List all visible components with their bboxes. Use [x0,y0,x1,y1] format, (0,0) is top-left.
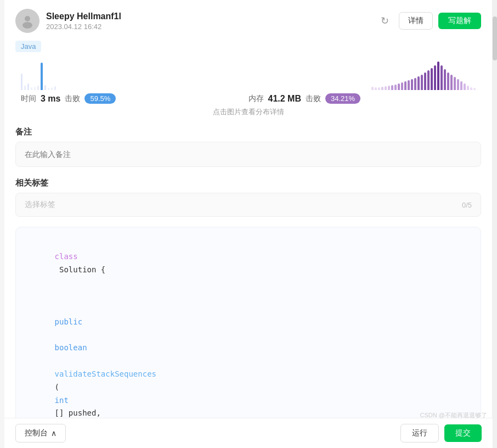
write-solution-button[interactable]: 写题解 [438,13,481,29]
memory-chart-section [203,60,476,90]
datetime: 2023.04.12 16:42 [46,23,121,31]
header-left: Sleepy Hellmanf1l 2023.04.12 16:42 [15,9,121,33]
memory-stat: 内存 41.2 MB 击败 34.21% [248,93,476,104]
svg-point-1 [22,22,32,29]
method-name: validateStackSequences [55,369,156,378]
keyword-int1: int [55,396,69,405]
defeat-badge-1: 59.5% [84,93,116,104]
defeat-label-1: 击败 [65,94,80,104]
bottom-right-buttons: 运行 提交 [400,424,482,443]
time-chart-bars [21,60,56,90]
tags-count: 0/5 [462,201,472,209]
time-chart-section [21,60,203,90]
console-label: 控制台 [25,428,48,438]
detail-button[interactable]: 详情 [399,12,433,30]
avatar [15,9,39,33]
notes-input[interactable] [15,142,481,167]
header: Sleepy Hellmanf1l 2023.04.12 16:42 ↻ 详情 … [15,9,481,33]
watermark: CSDN @不能再退退够了 [420,411,487,419]
performance-chart-area [15,60,481,90]
submit-button[interactable]: 提交 [444,424,482,442]
svg-point-0 [25,16,30,21]
keyword-public: public [55,317,83,326]
time-stat: 时间 3 ms 击败 59.5% [21,93,248,104]
chevron-up-icon: ∧ [51,429,57,438]
code-line-1: class Solution { [27,237,470,289]
chart-hint[interactable]: 点击图片查看分布详情 [15,107,481,117]
header-right: ↻ 详情 写题解 [376,12,481,30]
language-tag: Java [15,41,41,52]
console-button[interactable]: 控制台 ∧ [15,424,66,443]
memory-value: 41.2 MB [268,94,301,104]
username: Sleepy Hellmanf1l [46,12,121,21]
tags-title: 相关标签 [15,178,481,188]
keyword-boolean: boolean [55,343,87,352]
run-button[interactable]: 运行 [400,424,439,443]
tags-selector[interactable]: 选择标签 0/5 [15,193,481,217]
stats-row: 时间 3 ms 击败 59.5% 内存 41.2 MB 击败 34.21% [15,93,481,104]
bottom-bar: 控制台 ∧ 运行 提交 [4,418,493,448]
time-label: 时间 [21,94,36,104]
refresh-icon[interactable]: ↻ [376,12,393,30]
defeat-label-2: 击败 [306,94,321,104]
user-info: Sleepy Hellmanf1l 2023.04.12 16:42 [46,12,121,31]
defeat-badge-2: 34.21% [325,93,360,104]
notes-title: 备注 [15,127,481,137]
keyword-class: class [55,252,78,261]
memory-chart-bars [371,60,476,90]
tags-placeholder: 选择标签 [25,200,55,210]
time-value: 3 ms [41,94,60,104]
memory-label: 内存 [248,94,264,104]
code-block: class Solution { public boolean validate… [15,227,481,448]
